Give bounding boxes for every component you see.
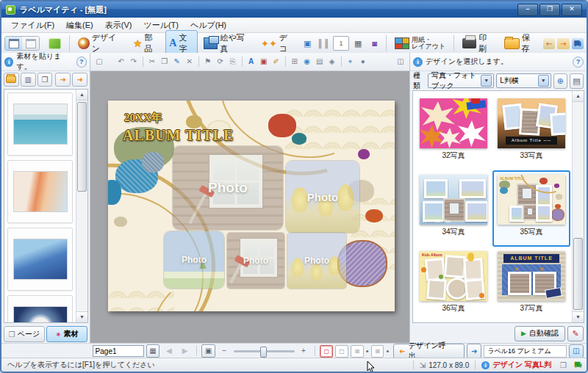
info-icon: i — [413, 57, 423, 67]
minimize-button[interactable]: – — [517, 4, 538, 16]
photo-frame-house[interactable]: Photo — [173, 146, 283, 230]
album-title-text[interactable]: ALBUM TITLE — [123, 127, 234, 144]
grid-tool-icon[interactable]: ⊞ — [289, 56, 301, 68]
view-single-button[interactable]: ▢ — [320, 345, 333, 358]
page-list-button[interactable]: ▦ — [146, 344, 160, 358]
help-icon[interactable]: ? — [76, 57, 87, 68]
brush-tool-icon[interactable]: ✐ — [270, 56, 282, 68]
send-material-button[interactable]: ➜ — [55, 73, 71, 87]
design-item-33[interactable]: Album Title ── 33写真 — [492, 94, 570, 170]
design-item-36[interactable]: Kids Album 36写真 — [415, 247, 492, 323]
numbering-button[interactable]: 1 — [333, 36, 348, 51]
copy-pages-icon[interactable]: ❐ — [560, 361, 567, 369]
design-thumb-34: 20XX Album Title — [420, 175, 487, 225]
view-page-button[interactable]: ▢ — [335, 345, 348, 358]
material-scrollbar[interactable]: ▲ ▼ — [76, 90, 87, 322]
measure-tool-icon[interactable]: ⌖ — [345, 56, 356, 68]
flower-orange — [365, 209, 383, 222]
auto-check-button[interactable]: ▶ 自動確認 — [514, 326, 565, 341]
photo-frame-sky[interactable]: Photo — [164, 231, 224, 289]
redo-icon[interactable]: ↷ — [128, 56, 140, 68]
fit-view-button[interactable]: ▣ — [201, 344, 215, 358]
select-all-icon[interactable]: ▢ — [93, 56, 105, 68]
sphere-tool-icon[interactable]: ● — [357, 56, 369, 68]
import-button[interactable]: ⇠ — [543, 38, 555, 49]
design-item-34[interactable]: 20XX Album Title 34写真 — [415, 170, 492, 247]
album-year-text[interactable]: 20XX年 — [124, 111, 162, 125]
tag-icon — [49, 38, 61, 49]
cut-icon[interactable]: ✂ — [146, 56, 158, 68]
work-area[interactable]: Photo Photo Photo Ph — [90, 71, 409, 344]
barcode-button[interactable]: ║║ — [317, 37, 331, 50]
design-item-32[interactable]: 32写真 — [415, 94, 492, 170]
page-input[interactable] — [93, 345, 144, 357]
cart-icon[interactable]: ⛟ — [574, 361, 582, 369]
calendar-button[interactable]: ▦ — [351, 37, 365, 50]
pin-icon[interactable]: ⚑ — [202, 56, 214, 68]
delete-material-button[interactable]: ▥ — [21, 73, 36, 87]
prev-page-button[interactable]: ◀ — [162, 344, 176, 358]
photo-frame-window[interactable]: Photo — [227, 233, 284, 289]
globe-tool-icon[interactable]: ◉ — [301, 56, 313, 68]
paste-icon[interactable]: ⎘ — [227, 56, 239, 68]
tab-page[interactable]: ❒ページ — [4, 326, 45, 342]
text-tool-icon[interactable]: A — [245, 56, 257, 68]
menu-file[interactable]: ファイル(F) — [6, 18, 60, 32]
category-select[interactable]: 写真・フォトブック ▼ — [428, 73, 494, 88]
window-title: ラベルマイティ - [無題] — [20, 4, 513, 15]
layout-toggle-2-button[interactable] — [22, 37, 39, 50]
view-grid-button[interactable]: ⊞ — [351, 345, 364, 358]
next-page-button[interactable]: ▶ — [178, 344, 192, 358]
export-button[interactable]: ⇢ — [557, 38, 569, 49]
view-multi-button[interactable]: ⊞ — [371, 345, 384, 358]
label-sheet[interactable]: Photo Photo Photo Ph — [108, 101, 395, 311]
paper-grid-icon — [395, 37, 409, 49]
design-thumb-36: Kids Album — [420, 251, 487, 301]
material-item[interactable] — [7, 295, 73, 323]
table-tool-icon[interactable]: ▤ — [314, 56, 326, 68]
product-cube-button[interactable]: ◫ — [569, 344, 584, 358]
proof-edit-button[interactable]: ✎ — [567, 326, 584, 341]
zoom-out-button[interactable]: − — [218, 344, 232, 358]
size-select[interactable]: L判横 ▼ — [496, 73, 551, 88]
label-tag-button[interactable] — [45, 36, 65, 51]
zoom-in-button[interactable]: + — [297, 344, 311, 358]
rotate-icon[interactable]: ⟳ — [215, 56, 226, 68]
photo-frame-tulips-small[interactable]: Photo — [287, 233, 346, 289]
apply-material-button[interactable]: ➜ — [72, 73, 87, 87]
design-recall-button[interactable]: ➜ デザイン呼出... — [393, 344, 465, 359]
material-item[interactable] — [7, 93, 73, 156]
maximize-button[interactable]: ❐ — [539, 4, 560, 16]
delivery-button[interactable]: ⛟ — [572, 38, 584, 49]
design-item-35-selected[interactable]: ALBUM TITLE — [492, 170, 570, 247]
tab-material[interactable]: ✶素材 — [46, 326, 87, 342]
delete-icon[interactable]: ✕ — [184, 56, 196, 68]
zoom-preview-button[interactable]: ⊕ — [553, 73, 567, 89]
design-thumb-33: Album Title ── — [498, 98, 565, 148]
design-panel: i デザインを選択します。 ? 種類 写真・フォトブック ▼ L判横 ▼ ⊕ ▤ — [409, 53, 587, 344]
design-scrollbar[interactable]: ▲ ▼ — [572, 91, 584, 322]
copy-icon[interactable]: ❐ — [159, 56, 171, 68]
layout-toggle-1-button[interactable] — [5, 37, 22, 50]
zoom-slider-thumb[interactable] — [260, 347, 267, 358]
open-folder-button[interactable] — [4, 73, 19, 87]
help-icon[interactable]: ? — [573, 57, 584, 68]
paper-layout-button[interactable]: 用紙・ レイアウト — [391, 35, 449, 52]
design-item-37[interactable]: ALBUM TITLE ✕ ✕ 37写真 — [492, 247, 570, 323]
stamp-button[interactable]: ◙ — [368, 37, 381, 50]
image-tool-icon[interactable]: ▣ — [258, 56, 270, 68]
apply-design-button[interactable]: ➜ — [467, 344, 481, 359]
frame-button[interactable]: ▣ — [301, 37, 315, 50]
material-item[interactable] — [7, 160, 73, 223]
zoom-slider[interactable] — [234, 350, 295, 352]
undo-icon[interactable]: ↶ — [115, 56, 127, 68]
layout-pick-button[interactable]: ▤ — [570, 73, 584, 89]
material-item[interactable] — [7, 228, 73, 291]
stamp-tool-icon[interactable]: ◈ — [326, 56, 338, 68]
duplicate-material-button[interactable]: ❐ — [37, 73, 53, 87]
close-button[interactable]: ✕ — [562, 4, 582, 16]
photo-frame-tulips[interactable]: Photo — [286, 161, 359, 233]
panel-toggle-icon[interactable]: ◫ — [395, 56, 406, 68]
edit-icon[interactable]: ✎ — [171, 56, 183, 68]
printer-icon — [462, 38, 476, 48]
